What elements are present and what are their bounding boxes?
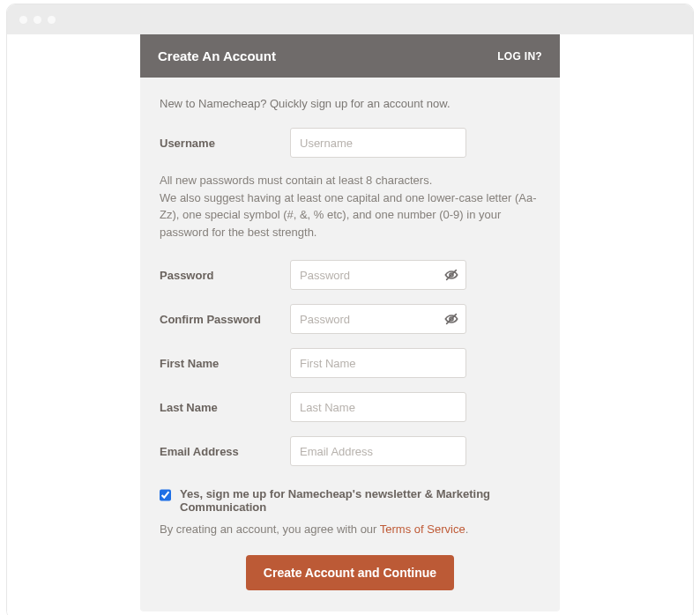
field-row-last: Last Name xyxy=(160,392,540,422)
confirm-password-input[interactable] xyxy=(290,304,466,334)
email-label: Email Address xyxy=(160,445,290,458)
field-row-password: Password xyxy=(160,260,540,290)
card-title: Create An Account xyxy=(158,48,276,63)
window-dot xyxy=(34,16,41,24)
window-dot xyxy=(19,16,27,24)
password-input[interactable] xyxy=(290,260,466,290)
username-label: Username xyxy=(160,137,290,150)
newsletter-row: Yes, sign me up for Namecheap's newslett… xyxy=(160,487,540,514)
card-body: New to Namecheap? Quickly sign up for an… xyxy=(140,78,560,611)
login-link[interactable]: LOG IN? xyxy=(497,50,542,63)
terms-suffix: . xyxy=(465,522,469,536)
newsletter-label: Yes, sign me up for Namecheap's newslett… xyxy=(180,487,540,514)
browser-titlebar xyxy=(7,4,693,34)
terms-text: By creating an account, you agree with o… xyxy=(160,522,540,536)
email-input[interactable] xyxy=(290,436,466,466)
field-row-confirm: Confirm Password xyxy=(160,304,540,334)
last-name-input[interactable] xyxy=(290,392,466,422)
card-header: Create An Account LOG IN? xyxy=(140,34,560,78)
field-row-first: First Name xyxy=(160,348,540,378)
create-account-button[interactable]: Create Account and Continue xyxy=(246,555,454,590)
signup-card: Create An Account LOG IN? New to Nameche… xyxy=(140,34,560,611)
password-helper: All new passwords must contain at least … xyxy=(160,172,540,241)
first-name-label: First Name xyxy=(160,357,290,370)
eye-off-icon[interactable] xyxy=(444,312,458,326)
password-label: Password xyxy=(160,269,290,282)
newsletter-checkbox[interactable] xyxy=(160,489,171,501)
eye-off-icon[interactable] xyxy=(444,268,458,282)
username-input[interactable] xyxy=(290,128,466,158)
field-row-username: Username xyxy=(160,128,540,158)
browser-frame: Create An Account LOG IN? New to Nameche… xyxy=(6,4,694,615)
confirm-label: Confirm Password xyxy=(160,313,290,326)
submit-wrap: Create Account and Continue xyxy=(160,555,540,590)
terms-link[interactable]: Terms of Service xyxy=(380,522,465,536)
intro-text: New to Namecheap? Quickly sign up for an… xyxy=(160,97,540,110)
viewport: Create An Account LOG IN? New to Nameche… xyxy=(7,34,693,615)
first-name-input[interactable] xyxy=(290,348,466,378)
terms-prefix: By creating an account, you agree with o… xyxy=(160,522,380,536)
last-name-label: Last Name xyxy=(160,401,290,414)
field-row-email: Email Address xyxy=(160,436,540,466)
window-dot xyxy=(48,16,56,24)
